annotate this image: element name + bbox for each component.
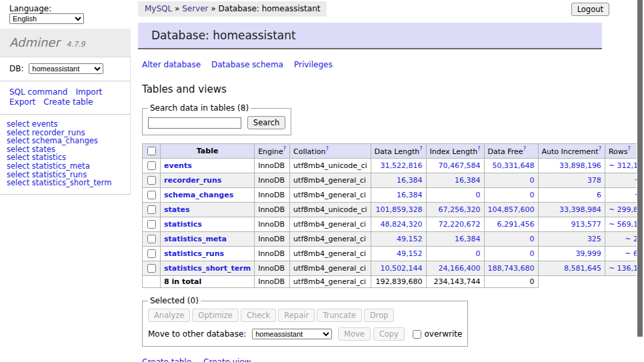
create-links: Create tableCreate view [142,357,644,362]
help-icon[interactable]: ? [477,146,480,152]
sidebar-import-link[interactable]: Import [75,87,102,97]
table-name-recorder_runs-link[interactable]: recorder_runs [164,176,221,185]
auto-increment-cell: 8,581,645 [538,261,605,276]
table-statistics_short_term-link[interactable]: statistics_short_term [32,178,112,187]
bottom-create-table-link[interactable]: Create table [142,357,191,362]
data-free-cell: 0 [484,247,538,261]
index-length-cell: 70,467,584 [426,159,484,173]
data-length-cell: 10,502,144 [371,261,426,276]
table-name-states-link[interactable]: states [164,205,190,214]
help-icon[interactable]: ? [523,146,526,152]
checkbox-statistics[interactable] [147,220,156,229]
checkbox-recorder_runs[interactable] [147,176,156,185]
overwrite-checkbox[interactable] [413,330,421,339]
bottom-create-view-link[interactable]: Create view [203,357,251,362]
col-header-data-free: Data Free? [484,144,538,159]
data-length-cell: 16,384 [371,188,426,203]
sidebar-action-links: SQL commandImportExportCreate table [0,81,131,115]
move-button[interactable]: Move [338,327,371,341]
checkbox-states[interactable] [147,205,156,214]
auto-increment-cell: 325 [538,232,605,247]
checkbox-statistics_runs[interactable] [147,249,156,258]
sidebar-sql-command-link[interactable]: SQL command [9,87,67,97]
repair-button[interactable]: Repair [278,309,315,322]
breadcrumb-current: Database: homeassistant [219,4,321,13]
table-name-statistics_short_term-link[interactable]: statistics_short_term [164,264,251,273]
select-statistics_short_term-link[interactable]: select [7,178,29,187]
table-name-statistics-link[interactable]: statistics [164,220,202,229]
move-db-select[interactable]: homeassistant [252,329,332,339]
table-name-cell: recorder_runs [161,173,255,188]
table-name-cell: events [161,159,255,173]
help-icon[interactable]: ? [419,146,422,152]
table-row: statisticsInnoDButf8mb4_general_ci48,824… [143,217,644,232]
checkbox-events[interactable] [147,161,156,170]
col-header-collation: Collation? [290,144,371,159]
select-all-checkbox[interactable] [147,147,156,155]
data-free-cell: 188,743,680 [484,261,538,276]
help-icon[interactable]: ? [325,146,328,152]
vertical-scrollbar[interactable] [637,0,644,362]
sidebar-create-table-link[interactable]: Create table [43,97,93,107]
tables-section-title: Tables and views [142,83,644,95]
help-icon[interactable]: ? [627,146,630,152]
drop-button[interactable]: Drop [364,309,395,322]
index-length-cell: 16,384 [426,232,484,247]
analyze-button[interactable]: Analyze [148,309,190,322]
sidebar-table-item: select statistics_short_term [7,179,122,187]
search-legend: Search data in tables (8) [148,103,251,113]
engine-cell: InnoDB [255,217,290,232]
logout-button[interactable]: Logout [571,3,609,16]
table-name-schema_changes-link[interactable]: schema_changes [164,191,233,199]
search-input[interactable] [148,117,241,129]
data-length-cell: 16,384 [371,173,426,188]
search-button[interactable]: Search [247,116,286,129]
data-free-cell: 104,857,600 [484,203,538,217]
help-icon[interactable]: ? [599,146,601,152]
nav-database-schema-link[interactable]: Database schema [211,60,283,69]
language-row: Language: English [0,0,131,29]
col-header-index-length: Index Length? [426,144,484,159]
total-engine: InnoDB [255,276,290,288]
copy-button[interactable]: Copy [373,327,405,341]
auto-increment-cell: 6 [538,188,605,203]
data-length-cell: 49,152 [371,247,426,261]
col-header-data-length: Data Length? [371,144,426,159]
selected-legend: Selected (0) [148,296,201,305]
table-row: statistics_short_termInnoDButf8mb4_gener… [143,261,644,276]
checkbox-schema_changes[interactable] [147,191,156,199]
engine-cell: InnoDB [255,261,290,276]
help-icon[interactable]: ? [283,146,286,152]
breadcrumb-server-link[interactable]: Server [182,4,208,13]
engine-cell: InnoDB [255,203,290,217]
checkbox-statistics_meta[interactable] [147,235,156,243]
data-length-cell: 101,859,328 [371,203,426,217]
db-select[interactable]: homeassistant [29,63,103,74]
scrollbar-thumb[interactable] [637,0,643,337]
table-name-events-link[interactable]: events [164,161,192,170]
nav-alter-database-link[interactable]: Alter database [142,60,201,69]
total-index-length: 234,143,744 [426,276,484,288]
main-content: MySQL » Server » Database: homeassistant… [138,0,644,362]
engine-cell: InnoDB [255,232,290,247]
data-free-cell: 50,331,648 [484,159,538,173]
selected-action-buttons: AnalyzeOptimizeCheckRepairTruncateDrop [148,309,462,322]
sidebar-export-link[interactable]: Export [9,97,35,107]
index-length-cell: 0 [426,188,484,203]
check-button[interactable]: Check [241,309,276,322]
language-select[interactable]: English [9,13,84,24]
breadcrumb-mysql-link[interactable]: MySQL [145,4,172,13]
table-name-statistics_runs-link[interactable]: statistics_runs [164,249,224,258]
app-version[interactable]: 4.7.9 [67,40,85,49]
truncate-button[interactable]: Truncate [317,309,362,322]
collation-cell: utf8mb4_unicode_ci [290,203,371,217]
nav-privileges-link[interactable]: Privileges [294,60,333,69]
tables-table: TableEngine?Collation?Data Length?Index … [142,143,644,288]
collation-cell: utf8mb4_general_ci [290,217,371,232]
table-name-cell: statistics_runs [161,247,255,261]
db-label: DB: [9,64,24,73]
checkbox-statistics_short_term[interactable] [147,264,156,273]
optimize-button[interactable]: Optimize [192,309,239,322]
index-length-cell: 72,220,672 [426,217,484,232]
table-name-statistics_meta-link[interactable]: statistics_meta [164,235,227,243]
